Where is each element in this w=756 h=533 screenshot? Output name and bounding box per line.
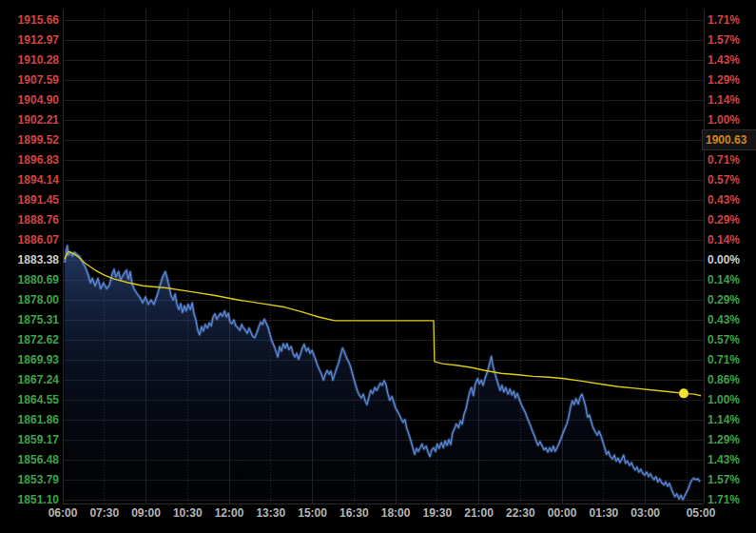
chart-canvas[interactable] [0,0,756,533]
price-axis-label: 1869.93 [0,352,59,367]
price-axis-label: 1899.52 [0,132,59,148]
price-chart: 1915.661912.971910.281907.591904.901902.… [0,0,756,533]
percent-axis-label: 0.00% [708,252,740,267]
price-axis-label: 1872.62 [0,332,59,347]
time-axis-label: 07:30 [82,505,127,521]
price-axis-label: 1853.79 [0,472,59,487]
percent-axis-label: 1.14% [708,92,740,108]
price-axis-label: 1912.97 [0,32,59,48]
price-axis-label: 1896.83 [0,152,59,168]
percent-axis-label: 1.29% [708,432,740,447]
time-axis-label: 10:30 [165,505,210,521]
average-price-dot [679,388,688,398]
price-axis-label: 1888.76 [0,212,59,227]
time-axis-label: 09:00 [124,505,169,521]
price-axis-label: 1867.24 [0,372,59,387]
time-axis-label: 12:00 [206,505,252,521]
price-axis-label: 1910.28 [0,52,59,68]
price-axis-label: 1902.21 [0,112,59,128]
price-axis-label: 1856.48 [0,452,59,467]
time-axis-label: 05:00 [678,505,724,521]
percent-axis-label: 1.71% [708,12,740,28]
percent-axis-label: 0.57% [708,172,740,188]
last-price-tag: 1900.63 [702,129,756,150]
price-axis-label: 1875.31 [0,312,59,327]
time-axis-label: 03:00 [623,505,669,521]
time-axis-label: 21:00 [456,505,502,521]
price-axis-label: 1907.59 [0,72,59,88]
percent-axis-label: 0.14% [708,272,740,287]
percent-axis-label: 1.43% [708,452,740,467]
percent-axis-label: 1.57% [708,32,740,48]
percent-axis-label: 0.86% [708,372,740,387]
time-axis-label: 00:00 [539,505,585,521]
price-axis-label: 1915.66 [0,12,59,28]
time-axis-label: 13:30 [248,505,294,521]
percent-axis-label: 0.43% [708,192,740,207]
percent-axis-label: 0.71% [708,352,740,367]
price-axis-label: 1880.69 [0,272,59,287]
percent-axis-label: 1.14% [708,412,740,427]
price-axis-label: 1904.90 [0,92,59,108]
percent-axis-label: 1.00% [708,112,740,128]
percent-axis-label: 1.00% [708,392,740,407]
time-axis-label: 15:00 [290,505,336,521]
price-axis-label: 1883.38 [0,252,59,267]
price-axis-label: 1859.17 [0,432,59,447]
time-axis-label: 06:00 [40,505,86,521]
time-axis-label: 16:30 [331,505,377,521]
percent-axis-label: 0.71% [708,152,740,168]
price-axis-label: 1878.00 [0,292,59,307]
percent-axis-label: 1.29% [708,72,740,88]
percent-axis-label: 0.29% [708,292,740,307]
price-axis-label: 1861.86 [0,412,59,427]
price-axis-label: 1864.55 [0,392,59,407]
time-axis-label: 01:30 [581,505,627,521]
price-axis-label: 1891.45 [0,192,59,207]
price-axis-label: 1886.07 [0,232,59,247]
time-axis-label: 22:30 [497,505,543,521]
percent-axis-label: 1.43% [708,52,740,68]
percent-axis-label: 1.57% [708,472,740,487]
percent-axis-label: 0.57% [708,332,740,347]
percent-axis-label: 0.14% [708,232,740,247]
time-axis-label: 19:30 [415,505,460,521]
percent-axis-label: 0.29% [708,212,740,227]
time-axis-label: 18:00 [373,505,418,521]
price-axis-label: 1894.14 [0,172,59,188]
percent-axis-label: 0.43% [708,312,740,327]
